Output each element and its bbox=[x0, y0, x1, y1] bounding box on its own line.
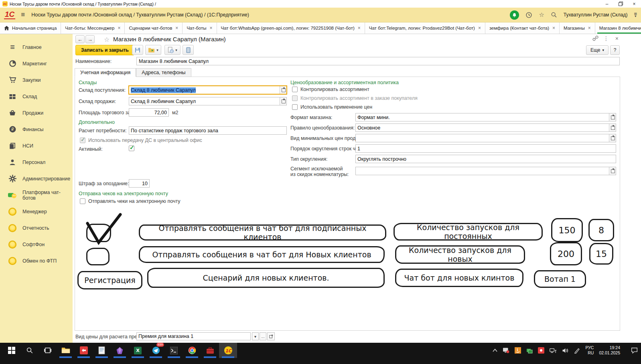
1c-logo[interactable]: 1С bbox=[4, 10, 15, 19]
back-button[interactable]: ← bbox=[75, 35, 85, 43]
form-tab-accounting-info[interactable]: Учетная информация bbox=[75, 68, 136, 77]
hamburger-menu-icon[interactable]: ≡ bbox=[21, 11, 25, 19]
help-button[interactable]: ? bbox=[610, 45, 620, 55]
active-checkbox[interactable] bbox=[129, 146, 134, 151]
transfer-ds-checkbox[interactable] bbox=[80, 138, 85, 143]
tab-chatbots-messenger[interactable]: Чат-боты: Мессенджер× bbox=[61, 22, 125, 34]
sidebar-item-warehouse[interactable]: Склад bbox=[0, 88, 73, 105]
tab-close-icon[interactable]: × bbox=[358, 25, 361, 31]
name-input[interactable]: Магазин 8 любимчик Сарапул bbox=[136, 57, 620, 65]
control-assortment-checkbox[interactable] bbox=[292, 87, 298, 92]
file-explorer-icon[interactable] bbox=[57, 343, 75, 358]
service-menu-icon[interactable]: ≡▾ bbox=[634, 12, 637, 18]
sidebar-item-softphone[interactable]: СофтФон bbox=[0, 236, 73, 253]
tab-close-icon[interactable]: × bbox=[118, 25, 120, 31]
notifications-icon[interactable] bbox=[510, 10, 519, 20]
volume-icon[interactable] bbox=[562, 348, 569, 354]
sidebar-item-reporting[interactable]: Отчетность bbox=[0, 220, 73, 236]
choose-icon[interactable] bbox=[609, 113, 616, 121]
tray-monitor-alert-icon[interactable] bbox=[503, 348, 509, 354]
search-icon[interactable] bbox=[551, 12, 557, 18]
task-view-icon[interactable] bbox=[39, 343, 57, 358]
open-from-button[interactable]: ▾ bbox=[145, 45, 161, 55]
demand-calc-input[interactable]: По статистике продаж торгового зала bbox=[129, 126, 287, 135]
purple-app-icon[interactable] bbox=[111, 343, 129, 358]
rounding-order-input[interactable]: 1 bbox=[355, 144, 616, 153]
min-price-kind-input[interactable] bbox=[355, 134, 616, 142]
tray-cards-icon[interactable] bbox=[526, 347, 533, 354]
terminal-icon[interactable] bbox=[165, 343, 183, 358]
store-format-input[interactable]: Формат мини. bbox=[355, 113, 616, 121]
sidebar-item-chatbot-platform[interactable]: Платформа чат-ботов bbox=[0, 187, 73, 203]
sidebar-item-administration[interactable]: Администрирование bbox=[0, 170, 73, 187]
telegram-icon[interactable]: 939 bbox=[147, 343, 165, 358]
tab-chatbots[interactable]: Чат-боты× bbox=[183, 22, 217, 34]
choose-icon[interactable] bbox=[280, 86, 286, 94]
tab-close-icon[interactable]: × bbox=[175, 25, 178, 31]
notepad-icon[interactable] bbox=[93, 343, 111, 358]
tab-stores[interactable]: Магазины× bbox=[560, 22, 595, 34]
excel-icon[interactable]: X bbox=[129, 343, 147, 358]
use-prices-checkbox[interactable] bbox=[292, 104, 298, 110]
dropdown-button[interactable]: ▾ bbox=[252, 332, 259, 340]
late-penalty-input[interactable]: 10 bbox=[129, 179, 150, 188]
taskbar-search-icon[interactable] bbox=[20, 343, 39, 358]
sidebar-item-main[interactable]: ≡ Главное bbox=[0, 39, 73, 55]
tray-chevron-icon[interactable] bbox=[493, 349, 497, 352]
open-button[interactable] bbox=[267, 332, 275, 340]
maximize-button[interactable] bbox=[614, 0, 627, 8]
premium-price-input[interactable]: Премия для магазина 1 bbox=[136, 332, 251, 340]
choose-icon[interactable] bbox=[609, 134, 616, 142]
choose-icon[interactable] bbox=[609, 124, 616, 131]
sidebar-item-ftp-exchange[interactable]: Обмен по ФТП bbox=[0, 253, 73, 269]
history-icon[interactable] bbox=[525, 12, 532, 18]
kebab-menu-icon[interactable]: ⋮ bbox=[603, 35, 609, 42]
forward-button[interactable]: → bbox=[85, 35, 95, 43]
start-button[interactable] bbox=[2, 343, 20, 358]
tab-zemfira-contact[interactable]: земфира (Контакт чат-бота)× bbox=[485, 22, 560, 34]
1c-taskbar-icon[interactable]: 1С bbox=[219, 343, 237, 358]
reports-button[interactable] bbox=[183, 45, 194, 55]
tab-whatsapp-bot[interactable]: Чат бот:WhatsApp (green-api.com), логин:… bbox=[217, 22, 365, 34]
choose-icon[interactable] bbox=[280, 97, 286, 105]
tab-close-icon[interactable]: × bbox=[552, 25, 555, 31]
more-button[interactable]: Еще▾ bbox=[586, 45, 609, 55]
tray-java-icon[interactable] bbox=[515, 347, 521, 354]
language-indicator[interactable]: РУС RU bbox=[585, 345, 594, 356]
choose-icon[interactable] bbox=[609, 167, 616, 175]
sidebar-item-purchases[interactable]: Закупки bbox=[0, 72, 73, 88]
hall-area-input[interactable]: 72,00 bbox=[129, 108, 169, 117]
favorite-star-icon[interactable]: ☆ bbox=[104, 36, 110, 43]
sales-warehouse-input[interactable]: Склад 8 любимчик Сарапул bbox=[129, 97, 287, 105]
action-center-icon[interactable] bbox=[631, 347, 638, 354]
remote-desktop-icon[interactable] bbox=[75, 343, 93, 358]
create-based-on-button[interactable]: ▾ bbox=[164, 45, 181, 55]
clock[interactable]: 19:24 02.01.2025 bbox=[599, 345, 620, 356]
network-icon[interactable] bbox=[550, 348, 557, 354]
sidebar-item-manager[interactable]: Менеджер bbox=[0, 203, 73, 220]
tab-close-icon[interactable]: × bbox=[478, 25, 481, 31]
excluded-segment-input[interactable] bbox=[355, 167, 616, 175]
rounding-type-input[interactable]: Округлять построчно bbox=[355, 155, 616, 163]
tab-telegram-bot[interactable]: Чат бот:Telegram, логин: Prodavez29Bot (… bbox=[365, 22, 485, 34]
close-button[interactable]: × bbox=[627, 0, 641, 8]
tray-red-app-icon[interactable] bbox=[538, 347, 544, 354]
chrome-icon[interactable] bbox=[183, 343, 201, 358]
receipt-warehouse-input[interactable]: Склад 8 любимчик Сарапул bbox=[128, 85, 287, 95]
favorites-star-icon[interactable]: ☆ bbox=[539, 11, 544, 18]
pricing-rule-input[interactable]: Основное bbox=[355, 123, 616, 132]
tab-chatbot-scenarios[interactable]: Сценарии чат-ботов× bbox=[125, 22, 183, 34]
current-user[interactable]: Тухватуллин Рустам (Склад) bbox=[564, 12, 628, 18]
tab-close-icon[interactable]: × bbox=[210, 25, 213, 31]
get-link-icon[interactable] bbox=[592, 35, 598, 41]
control-assortment-order-checkbox[interactable] bbox=[292, 95, 298, 101]
minimize-button[interactable]: – bbox=[600, 0, 614, 8]
sidebar-item-personnel[interactable]: Персонал bbox=[0, 154, 73, 170]
save-and-close-button[interactable]: Записать и закрыть bbox=[75, 45, 134, 55]
form-tab-addresses-phones[interactable]: Адреса, телефоны bbox=[136, 68, 191, 77]
sidebar-item-nsi[interactable]: НСИ bbox=[0, 138, 73, 154]
tab-home[interactable]: Начальная страница bbox=[0, 22, 61, 34]
close-form-icon[interactable]: × bbox=[615, 35, 619, 42]
sidebar-item-marketing[interactable]: Маркетинг bbox=[0, 55, 73, 72]
ellipsis-button[interactable]: ... bbox=[260, 332, 266, 340]
